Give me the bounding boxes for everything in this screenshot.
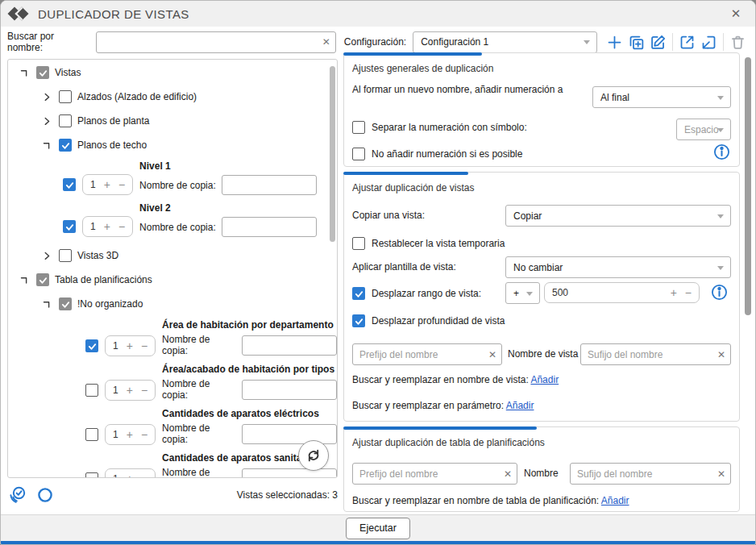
tree-checkbox[interactable] — [85, 472, 98, 478]
tree-checkbox[interactable] — [85, 384, 98, 397]
stepper-minus-icon[interactable]: − — [685, 287, 692, 298]
expand-icon[interactable] — [40, 90, 53, 103]
numbering-position-select[interactable]: Al final — [592, 86, 731, 108]
search-input[interactable] — [96, 31, 336, 53]
schedule-prefix-input[interactable] — [352, 463, 517, 485]
stepper-minus-icon[interactable]: − — [141, 340, 147, 352]
shift-depth-checkbox[interactable] — [352, 314, 365, 327]
count-stepper[interactable]: 1+− — [82, 174, 133, 195]
stepper-plus-icon[interactable]: + — [671, 287, 677, 298]
schedule-suffix-input[interactable] — [570, 463, 731, 485]
stepper-minus-icon[interactable]: − — [141, 429, 147, 440]
stepper-plus-icon[interactable]: + — [127, 473, 133, 478]
view-prefix-input[interactable] — [352, 343, 502, 365]
schedule-duplication-card: Ajustar duplicación de tabla de planific… — [343, 426, 740, 512]
shift-range-checkbox[interactable] — [352, 287, 365, 300]
expand-icon[interactable] — [40, 249, 53, 262]
stepper-plus-icon[interactable]: + — [127, 340, 133, 352]
tree-checkbox[interactable] — [59, 249, 72, 262]
copy-mode-select[interactable]: Copiar — [505, 205, 731, 227]
count-stepper[interactable]: 1+− — [82, 216, 133, 237]
tree-checkbox[interactable] — [63, 178, 76, 191]
tree-item[interactable]: Vistas 3D — [8, 244, 337, 267]
duplicate-config-button[interactable] — [625, 31, 647, 53]
count-stepper[interactable]: 1+− — [105, 335, 156, 356]
tree-checkbox[interactable] — [59, 114, 72, 127]
separator-checkbox[interactable] — [352, 121, 365, 134]
edit-config-button[interactable] — [647, 31, 669, 53]
execute-button[interactable]: Ejecutar — [346, 518, 410, 539]
tree-leaf-title: Nivel 2 — [139, 202, 317, 214]
tree-item[interactable]: Alzados (Alzado de edificio) — [8, 85, 337, 108]
tree-checkbox[interactable] — [85, 339, 98, 352]
reset-temporary-checkbox[interactable] — [352, 237, 365, 250]
deselect-all-button[interactable] — [35, 485, 55, 505]
info-icon[interactable] — [713, 144, 730, 163]
count-stepper[interactable]: 1+− — [105, 468, 156, 478]
stepper-minus-icon[interactable]: − — [141, 473, 147, 478]
collapse-icon[interactable] — [40, 297, 53, 310]
stepper-value: 1 — [90, 221, 96, 232]
import-config-button[interactable] — [698, 31, 720, 53]
section-accent-bar — [343, 52, 482, 56]
info-icon[interactable] — [711, 284, 728, 303]
tree-item[interactable]: Vistas — [8, 61, 337, 84]
stepper-minus-icon[interactable]: − — [118, 179, 125, 190]
stepper-value: 1 — [113, 473, 118, 478]
copy-name-input[interactable] — [242, 424, 337, 444]
clear-prefix-icon[interactable]: ✕ — [488, 350, 496, 360]
stepper-minus-icon[interactable]: − — [141, 385, 147, 396]
count-stepper[interactable]: 1+− — [105, 380, 156, 401]
clear-prefix-icon[interactable]: ✕ — [504, 469, 512, 479]
clear-search-icon[interactable]: ✕ — [322, 37, 330, 47]
collapse-icon[interactable] — [18, 273, 31, 286]
copy-name-input[interactable] — [242, 468, 337, 479]
config-select[interactable]: Configuración 1 — [413, 31, 597, 53]
tree-checkbox[interactable] — [85, 428, 98, 441]
tree-item[interactable]: Tabla de planificacións — [8, 268, 337, 291]
expand-icon[interactable] — [40, 114, 53, 127]
apply-template-select[interactable]: No cambiar — [505, 256, 731, 278]
stepper-minus-icon[interactable]: − — [118, 221, 125, 232]
collapse-icon[interactable] — [40, 139, 53, 152]
copy-name-input[interactable] — [242, 380, 337, 400]
clear-suffix-icon[interactable]: ✕ — [717, 350, 725, 360]
shift-range-stepper[interactable]: 500 + − — [544, 282, 700, 303]
shift-sign-select[interactable]: + — [505, 282, 540, 304]
tree-checkbox[interactable] — [59, 90, 72, 103]
tree-checkbox[interactable] — [59, 297, 72, 310]
add-config-button[interactable] — [604, 31, 625, 53]
copy-name-label: Nombre de copia: — [139, 222, 216, 233]
stepper-plus-icon[interactable]: + — [104, 179, 110, 190]
stepper-plus-icon[interactable]: + — [104, 221, 110, 232]
clear-suffix-icon[interactable]: ✕ — [717, 469, 725, 479]
tree-checkbox[interactable] — [36, 273, 49, 286]
shift-depth-option: Desplazar profundidad de vista — [352, 314, 505, 327]
tree-checkbox[interactable] — [59, 139, 72, 152]
stepper-plus-icon[interactable]: + — [127, 385, 133, 396]
tree-item[interactable]: Planos de planta — [8, 110, 337, 132]
tree-leaf: 1+−Área de habitación por departamentoNo… — [8, 319, 337, 356]
tree-scrollbar[interactable] — [330, 66, 335, 242]
add-replace-name-link[interactable]: Añadir — [530, 374, 559, 385]
tree-item[interactable]: !No organizado — [8, 293, 337, 315]
count-stepper[interactable]: 1+− — [105, 424, 156, 445]
skip-numbering-option: No añadir numeración si es posible — [352, 148, 522, 160]
copy-name-input[interactable] — [222, 217, 317, 237]
right-panel-scrollbar[interactable] — [745, 57, 751, 315]
export-config-button[interactable] — [676, 31, 698, 53]
tree-checkbox[interactable] — [63, 220, 76, 233]
close-icon[interactable]: ✕ — [725, 4, 747, 23]
select-all-button[interactable] — [7, 485, 27, 505]
tree-item[interactable]: Planos de techo — [8, 134, 337, 156]
view-suffix-input[interactable] — [580, 343, 731, 365]
refresh-tree-button[interactable] — [298, 440, 329, 471]
add-replace-param-link[interactable]: Añadir — [506, 400, 534, 411]
tree-checkbox[interactable] — [36, 66, 49, 79]
collapse-icon[interactable] — [18, 66, 31, 79]
copy-name-input[interactable] — [242, 335, 337, 356]
stepper-plus-icon[interactable]: + — [127, 429, 133, 440]
skip-numbering-checkbox[interactable] — [352, 148, 365, 160]
copy-name-input[interactable] — [222, 175, 317, 195]
add-replace-schedule-link[interactable]: Añadir — [601, 495, 629, 506]
